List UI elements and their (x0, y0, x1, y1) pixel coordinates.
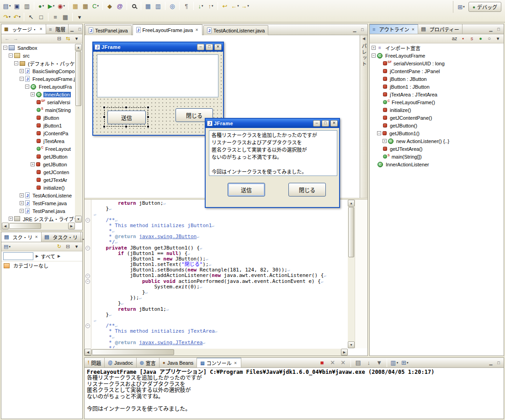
package-explorer-tree[interactable]: −Sandbox−src−(デフォルト・パッケージ)+JBasicSwingCo… (2, 44, 75, 223)
design-jtextarea[interactable] (97, 54, 218, 97)
outline-tree-item[interactable]: jContentPane : JPanel (370, 67, 503, 75)
package-tree-item[interactable]: getJTextAr (2, 176, 75, 184)
tab-properties[interactable]: ▤ プロパティー (418, 24, 462, 34)
fold-collapse-icon[interactable]: − (85, 324, 90, 328)
view-menu-icon[interactable]: ▾ (72, 243, 81, 250)
package-tree-item[interactable]: +CInnerAction (2, 90, 75, 98)
console-tab-コンソール[interactable]: ▤コンソール✕ (197, 358, 241, 367)
close-icon[interactable]: ✕ (411, 27, 415, 32)
export-icon[interactable]: ↑▾ (206, 1, 216, 11)
collapse-icon[interactable]: − (377, 131, 381, 135)
console-tab-Javadoc[interactable]: @Javadoc (105, 358, 137, 367)
collapse-icon[interactable]: − (25, 85, 29, 89)
back-icon[interactable]: ←▾ (230, 1, 240, 11)
package-tree-item[interactable]: Smain(String (2, 106, 75, 114)
next-annotation-icon[interactable]: ↷▾ (2, 12, 12, 21)
outline-tree-item[interactable]: jButton1 : JButton (370, 83, 503, 90)
view-menu-icon[interactable]: ▾ (74, 12, 85, 21)
new-java-project-icon[interactable]: ▦ (70, 1, 80, 11)
save-icon[interactable]: ▣ (12, 1, 22, 11)
editor-tab-FreeLayoutFrame.java[interactable]: JFreeLayoutFrame.java✕ (133, 24, 202, 35)
package-tree-item[interactable]: −(デフォルト・パッケージ) (2, 59, 75, 67)
design-content-pane[interactable]: 送信 閉じる (93, 52, 223, 135)
outline-tree-item[interactable]: getJContentPane() (370, 114, 503, 122)
collapse-icon[interactable]: − (20, 77, 24, 81)
scrollbar-thumb[interactable] (9, 223, 41, 229)
open-console-icon[interactable]: ⊞▾ (400, 358, 410, 367)
forward-icon[interactable]: → (11, 35, 20, 43)
outline-tree-item[interactable]: +Cnew ActionListener() {..} (370, 137, 503, 145)
maximize-icon[interactable]: □ (322, 120, 329, 127)
minimize-icon[interactable]: ▁ (488, 360, 494, 366)
scrollbar-thumb[interactable] (348, 207, 354, 257)
debug-perspective-button[interactable]: ● デバッグ (468, 2, 501, 12)
scroll-up-icon[interactable]: ▲ (75, 44, 82, 51)
previous-annotation-icon[interactable]: ↶▾ (12, 12, 22, 21)
snippets-icon[interactable]: ¶ (181, 1, 191, 11)
alignment-icon[interactable]: ≡ (50, 12, 60, 21)
minimize-icon[interactable]: – (197, 44, 204, 50)
debug-icon[interactable]: ●▾ (36, 1, 46, 11)
console-output[interactable]: FreeLayoutFrame [Java アプリケーション] C:¥Progr… (85, 368, 503, 418)
code-folding-ruler[interactable]: −−−−− (85, 200, 91, 348)
outline-tree-item[interactable]: jButton : JButton (370, 75, 503, 83)
editor-tab-TestActionListener.java[interactable]: JTestActionListener.java (203, 25, 269, 35)
marquee-tool-icon[interactable]: □ (36, 12, 46, 21)
package-tree-item[interactable]: +JTestActionListene (2, 191, 75, 199)
overview-ruler[interactable] (355, 200, 367, 348)
new-class-icon[interactable]: C▾ (90, 1, 101, 11)
fold-collapse-icon[interactable]: − (85, 246, 90, 250)
jar-export-icon[interactable]: ◆ (105, 1, 115, 11)
package-tree-item[interactable]: SFserialVersi (2, 98, 75, 106)
import-icon[interactable]: ↓▾ (196, 1, 206, 11)
task-category-row[interactable]: カテゴリーなし (1, 261, 82, 270)
maximize-icon[interactable]: □ (495, 26, 502, 32)
package-tree-item[interactable]: +JTestFrame.java (2, 199, 75, 207)
package-tree-item[interactable]: −CFreeLayoutFra (2, 83, 75, 90)
web-browser-icon[interactable]: ◎ (167, 1, 177, 11)
console-tab-問題[interactable]: !問題 (85, 358, 105, 367)
close-icon[interactable]: ✕ (234, 361, 238, 365)
code-text-area[interactable]: return jButton;↵ }↵↵ /**↵ * This method … (92, 200, 348, 348)
expand-icon[interactable]: + (9, 217, 13, 221)
expand-icon[interactable]: + (383, 139, 387, 143)
outline-tree-item[interactable]: SFserialVersionUID : long (370, 59, 503, 67)
sort-alphabetical-icon[interactable]: az (450, 35, 459, 43)
tab-task-list-2[interactable]: ▤ タスク・リ (42, 232, 81, 242)
package-tree-item[interactable]: getJConten (2, 168, 75, 176)
jtextarea[interactable]: 各種リスナークラスを追加したかったのですがリスナークラスおよびアダプタクラスを匿… (209, 130, 337, 176)
close-icon[interactable]: ✕ (330, 120, 338, 127)
send-button-design[interactable]: 送信 (107, 111, 146, 124)
outline-tree-item[interactable]: jTextArea : JTextArea (370, 90, 503, 98)
search-icon[interactable] (129, 1, 139, 11)
hide-static-members-icon[interactable]: s (468, 35, 476, 43)
vertical-scrollbar[interactable]: ▲ ▼ (75, 44, 82, 223)
synchronize-icon[interactable]: ↻ (55, 243, 64, 250)
package-tree-item[interactable]: CFreeLayout (2, 145, 75, 153)
expand-icon[interactable]: + (20, 201, 24, 205)
hide-local-types-icon[interactable]: ○ (485, 35, 494, 43)
close-icon[interactable]: ✕ (34, 235, 38, 239)
outline-tree-item[interactable]: CFreeLayoutFrame() (370, 98, 503, 106)
expand-icon[interactable]: + (31, 162, 35, 166)
jframe-titlebar[interactable]: J JFrame – □ ✕ (93, 43, 223, 52)
view-menu-icon[interactable]: ▾ (494, 35, 502, 43)
new-package-icon[interactable]: ▦ (80, 1, 90, 11)
view-menu-icon[interactable]: ▾ (72, 35, 81, 43)
last-edit-location-icon[interactable]: ↩ (220, 1, 230, 11)
console-tab-宣言[interactable]: ◎宣言 (137, 358, 159, 367)
running-jframe-window[interactable]: J JFrame – □ ✕ 各種リスナークラスを追加したかったのですがリスナー… (205, 118, 340, 208)
maximize-icon[interactable]: □ (76, 26, 83, 32)
expand-icon[interactable]: + (20, 193, 24, 197)
design-jframe-window[interactable]: J JFrame – □ ✕ 送信 閉じる (92, 42, 224, 136)
tab-outline[interactable]: ≡ アウトライン ✕ (370, 24, 418, 34)
selection-handle[interactable] (147, 116, 149, 118)
selection-handle[interactable] (103, 106, 106, 109)
minimize-icon[interactable]: ▁ (351, 27, 358, 33)
package-tree-item[interactable]: +getJButton (2, 160, 75, 168)
expand-icon[interactable]: + (20, 209, 24, 213)
clear-console-icon[interactable]: ▤ (353, 358, 363, 367)
collapse-icon[interactable]: − (3, 46, 7, 50)
editor-tab-TestPanel.java[interactable]: JTestPanel.java (85, 25, 132, 35)
hide-fields-icon[interactable]: ▪ (459, 35, 468, 43)
